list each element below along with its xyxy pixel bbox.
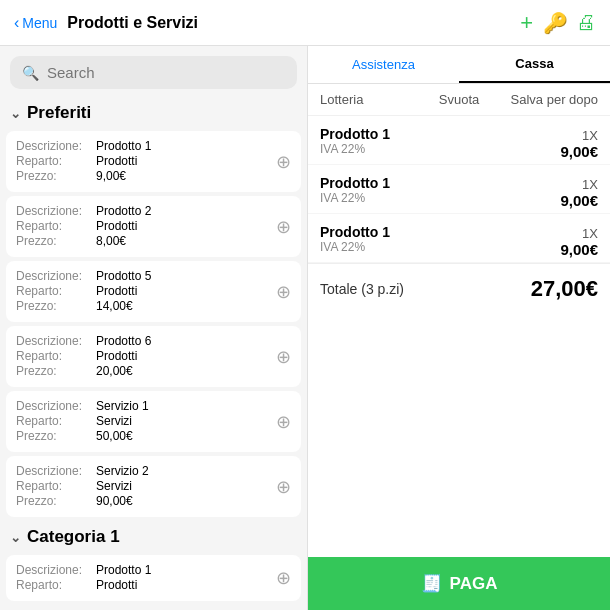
list-item[interactable]: Descrizione: Prodotto 5 Reparto: Prodott… — [6, 261, 301, 322]
add-button[interactable]: + — [520, 10, 533, 36]
back-button[interactable]: ‹ Menu — [14, 14, 57, 32]
list-item[interactable]: Descrizione: Prodotto 6 Reparto: Prodott… — [6, 326, 301, 387]
reparto-label: Reparto: — [16, 479, 96, 493]
search-input[interactable] — [47, 64, 285, 81]
prezzo-label: Prezzo: — [16, 429, 96, 443]
descrizione-label: Descrizione: — [16, 204, 96, 218]
prezzo-value: 8,00€ — [96, 234, 126, 248]
main-layout: 🔍 ⌄ Preferiti Descrizione: Prodotto 1 Re… — [0, 46, 610, 610]
totale-value: 27,00€ — [531, 276, 598, 302]
cart-item-price: 9,00€ — [560, 192, 598, 209]
page-title: Prodotti e Servizi — [67, 14, 520, 32]
printer-icon[interactable]: 🖨 — [576, 11, 596, 34]
prezzo-label: Prezzo: — [16, 364, 96, 378]
descrizione-label: Descrizione: — [16, 399, 96, 413]
cart-item-qty: 1X — [582, 177, 598, 192]
back-label: Menu — [22, 15, 57, 31]
reparto-value: Prodotti — [96, 349, 137, 363]
totale-label: Totale (3 p.zi) — [320, 281, 404, 297]
product-info: Descrizione: Servizio 1 Reparto: Servizi… — [16, 399, 268, 444]
prezzo-value: 14,00€ — [96, 299, 133, 313]
cart-item-title: Prodotto 1 — [320, 224, 390, 240]
reparto-label: Reparto: — [16, 154, 96, 168]
chevron-down-icon: ⌄ — [10, 106, 21, 121]
drag-handle-icon[interactable]: ⊕ — [268, 151, 291, 173]
descrizione-value: Prodotto 6 — [96, 334, 151, 348]
product-info: Descrizione: Prodotto 5 Reparto: Prodott… — [16, 269, 268, 314]
cart-item-sub: IVA 22% — [320, 191, 390, 205]
left-panel: 🔍 ⌄ Preferiti Descrizione: Prodotto 1 Re… — [0, 46, 308, 610]
cart-item-title: Prodotto 1 — [320, 175, 390, 191]
right-panel: Assistenza Cassa Lotteria Svuota Salva p… — [308, 46, 610, 610]
prezzo-label: Prezzo: — [16, 169, 96, 183]
cart-list: Prodotto 1 IVA 22% 1X 9,00€ Prodotto 1 I… — [308, 116, 610, 557]
cart-item-title: Prodotto 1 — [320, 126, 390, 142]
descrizione-value: Servizio 1 — [96, 399, 149, 413]
list-item[interactable]: Descrizione: Servizio 1 Reparto: Servizi… — [6, 391, 301, 452]
prezzo-value: 20,00€ — [96, 364, 133, 378]
reparto-value: Prodotti — [96, 154, 137, 168]
drag-handle-icon[interactable]: ⊕ — [268, 281, 291, 303]
list-item[interactable]: Descrizione: Prodotto 1 Reparto: Prodott… — [6, 555, 301, 601]
search-icon: 🔍 — [22, 65, 39, 81]
descrizione-label: Descrizione: — [16, 269, 96, 283]
cart-item-price: 9,00€ — [560, 143, 598, 160]
product-info: Descrizione: Servizio 2 Reparto: Servizi… — [16, 464, 268, 509]
tabs: Assistenza Cassa — [308, 46, 610, 84]
prezzo-label: Prezzo: — [16, 234, 96, 248]
cart-item-qty: 1X — [582, 226, 598, 241]
paga-button[interactable]: 🧾 PAGA — [308, 557, 610, 610]
salva-label[interactable]: Salva per dopo — [505, 92, 598, 107]
reparto-value: Prodotti — [96, 219, 137, 233]
descrizione-label: Descrizione: — [16, 563, 96, 577]
prezzo-value: 50,00€ — [96, 429, 133, 443]
paga-icon: 🧾 — [421, 573, 442, 594]
paga-label: PAGA — [450, 574, 498, 594]
reparto-value: Prodotti — [96, 284, 137, 298]
reparto-value: Prodotti — [96, 578, 137, 592]
descrizione-label: Descrizione: — [16, 139, 96, 153]
section-title-categoria1: Categoria 1 — [27, 527, 120, 547]
svuota-label[interactable]: Svuota — [413, 92, 506, 107]
section-header-preferiti[interactable]: ⌄ Preferiti — [0, 97, 307, 127]
cart-item[interactable]: Prodotto 1 IVA 22% 1X 9,00€ — [308, 214, 610, 263]
prezzo-label: Prezzo: — [16, 494, 96, 508]
product-info: Descrizione: Prodotto 6 Reparto: Prodott… — [16, 334, 268, 379]
tab-assistenza[interactable]: Assistenza — [308, 46, 459, 83]
prezzo-value: 9,00€ — [96, 169, 126, 183]
reparto-value: Servizi — [96, 479, 132, 493]
cart-item[interactable]: Prodotto 1 IVA 22% 1X 9,00€ — [308, 165, 610, 214]
tab-cassa[interactable]: Cassa — [459, 46, 610, 83]
descrizione-value: Prodotto 1 — [96, 563, 151, 577]
product-info: Descrizione: Prodotto 2 Reparto: Prodott… — [16, 204, 268, 249]
list-item[interactable]: Descrizione: Servizio 2 Reparto: Servizi… — [6, 456, 301, 517]
descrizione-value: Prodotto 2 — [96, 204, 151, 218]
descrizione-value: Servizio 2 — [96, 464, 149, 478]
reparto-label: Reparto: — [16, 578, 96, 592]
section-header-categoria1[interactable]: ⌄ Categoria 1 — [0, 521, 307, 551]
drag-handle-icon[interactable]: ⊕ — [268, 216, 291, 238]
reparto-label: Reparto: — [16, 349, 96, 363]
drag-handle-icon[interactable]: ⊕ — [268, 346, 291, 368]
totale-row: Totale (3 p.zi) 27,00€ — [308, 263, 610, 314]
tab-assistenza-label: Assistenza — [352, 57, 415, 72]
drag-handle-icon[interactable]: ⊕ — [268, 567, 291, 589]
drag-handle-icon[interactable]: ⊕ — [268, 411, 291, 433]
drag-handle-icon[interactable]: ⊕ — [268, 476, 291, 498]
reparto-label: Reparto: — [16, 284, 96, 298]
cart-item[interactable]: Prodotto 1 IVA 22% 1X 9,00€ — [308, 116, 610, 165]
descrizione-value: Prodotto 1 — [96, 139, 151, 153]
cart-item-price: 9,00€ — [560, 241, 598, 258]
cart-subheader: Lotteria Svuota Salva per dopo — [308, 84, 610, 116]
list-item[interactable]: Descrizione: Prodotto 1 Reparto: Prodott… — [6, 131, 301, 192]
product-info: Descrizione: Prodotto 1 Reparto: Prodott… — [16, 139, 268, 184]
list-item[interactable]: Descrizione: Prodotto 2 Reparto: Prodott… — [6, 196, 301, 257]
prezzo-value: 90,00€ — [96, 494, 133, 508]
descrizione-value: Prodotto 5 — [96, 269, 151, 283]
lotteria-label[interactable]: Lotteria — [320, 92, 413, 107]
search-bar[interactable]: 🔍 — [10, 56, 297, 89]
cart-item-sub: IVA 22% — [320, 142, 390, 156]
section-title-preferiti: Preferiti — [27, 103, 91, 123]
tab-cassa-label: Cassa — [515, 56, 553, 71]
key-icon[interactable]: 🔑 — [543, 11, 568, 35]
